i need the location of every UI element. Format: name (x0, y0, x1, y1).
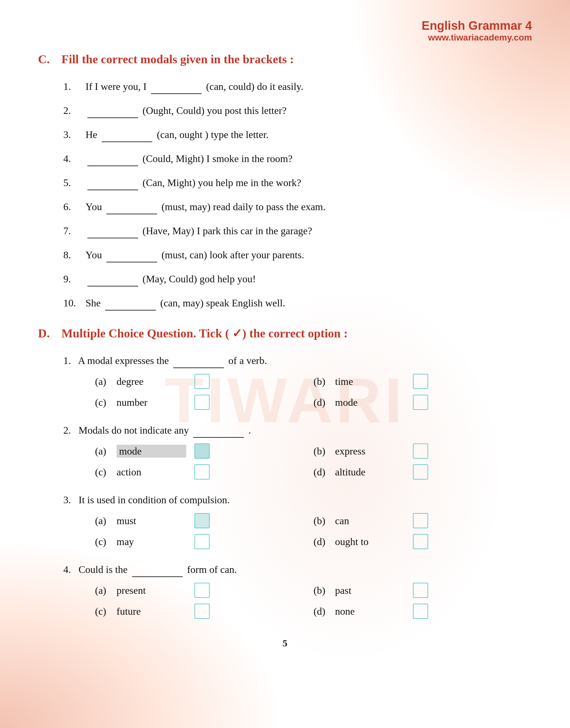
fill-blank[interactable] (106, 262, 157, 262)
option-row: (a) must (95, 513, 313, 528)
section-d-title: Multiple Choice Question. Tick ( ✓) the … (61, 326, 348, 340)
item-text: You (must, may) read daily to pass the e… (85, 199, 532, 214)
tick-box[interactable] (413, 444, 428, 459)
tick-box[interactable] (413, 534, 428, 549)
item-text: You (must, can) look after your parents. (85, 247, 532, 262)
page-content: English Grammar 4 www.tiwariacademy.com … (0, 0, 570, 674)
mcq-question: 4. Could is the form of can. (63, 562, 532, 577)
tick-box[interactable] (195, 583, 210, 598)
tick-box[interactable] (195, 513, 210, 528)
option-row: (d) mode (313, 395, 532, 410)
item-number: 9. (63, 271, 85, 286)
section-c-letter: C. (38, 52, 54, 66)
fill-blank[interactable] (173, 368, 224, 368)
mcq-options: (a) present (b) past (c) future (d) none (63, 583, 532, 619)
mcq-item: 2. Modals do not indicate any . (a) mode… (63, 423, 532, 480)
question-number: 2. (63, 425, 71, 436)
option-letter: (a) (95, 445, 111, 457)
list-item: 10. She (can, may) speak English well. (63, 295, 532, 310)
mcq-question: 1. A modal expresses the of a verb. (63, 353, 532, 368)
item-text: (Could, Might) I smoke in the room? (85, 151, 532, 166)
tick-box[interactable] (195, 374, 210, 389)
option-letter: (d) (313, 466, 329, 478)
item-number: 1. (63, 79, 85, 94)
fill-blank[interactable] (87, 286, 138, 286)
list-item: 9. (May, Could) god help you! (63, 271, 532, 286)
item-number: 4. (63, 151, 85, 166)
option-letter: (c) (95, 536, 111, 548)
item-text: (May, Could) god help you! (85, 271, 532, 286)
option-row: (c) future (95, 604, 313, 619)
option-row: (a) mode (95, 444, 313, 459)
option-text: present (116, 585, 186, 596)
tick-box[interactable] (195, 464, 210, 480)
option-row: (d) altitude (313, 464, 532, 480)
option-text: express (335, 445, 405, 457)
option-letter: (a) (95, 515, 111, 527)
list-item: 8. You (must, can) look after your paren… (63, 247, 532, 262)
tick-box[interactable] (413, 604, 428, 619)
fill-blank[interactable] (87, 165, 138, 166)
tick-box[interactable] (413, 513, 428, 528)
tick-box[interactable] (195, 444, 210, 459)
option-text: degree (116, 376, 186, 388)
list-item: 6. You (must, may) read daily to pass th… (63, 199, 532, 214)
fill-blank[interactable] (102, 141, 152, 142)
option-row: (a) present (95, 583, 313, 598)
fill-blank[interactable] (87, 117, 138, 118)
option-row: (a) degree (95, 374, 313, 389)
option-row: (c) may (95, 534, 313, 549)
item-number: 7. (63, 223, 85, 238)
question-number: 4. (63, 564, 71, 575)
fill-blank[interactable] (106, 214, 157, 214)
website-url: www.tiwariacademy.com (38, 33, 532, 43)
option-text: none (335, 606, 405, 617)
fill-blank[interactable] (132, 576, 183, 577)
option-row: (c) action (95, 464, 313, 480)
tick-box[interactable] (195, 534, 210, 549)
option-letter: (a) (95, 376, 111, 388)
fill-blank[interactable] (151, 93, 202, 94)
option-text: past (335, 585, 405, 596)
option-letter: (b) (313, 585, 329, 596)
fill-blank[interactable] (105, 310, 156, 310)
mcq-list: 1. A modal expresses the of a verb. (a) … (38, 353, 532, 619)
option-letter: (c) (95, 397, 111, 408)
option-letter: (b) (313, 376, 329, 388)
option-text: number (116, 397, 186, 408)
option-row: (b) express (313, 444, 532, 459)
section-d-header: D. Multiple Choice Question. Tick ( ✓) t… (38, 326, 532, 340)
option-row: (d) none (313, 604, 532, 619)
item-text: If I were you, I (can, could) do it easi… (85, 79, 532, 94)
tick-box[interactable] (413, 464, 428, 480)
book-title: English Grammar 4 (38, 19, 532, 33)
page-number: 5 (38, 638, 532, 649)
tick-box[interactable] (195, 395, 210, 410)
option-row: (d) ought to (313, 534, 532, 549)
tick-box[interactable] (195, 604, 210, 619)
option-letter: (d) (313, 606, 329, 617)
section-c-header: C. Fill the correct modals given in the … (38, 52, 532, 66)
exercise-c-list: 1. If I were you, I (can, could) do it e… (38, 79, 532, 310)
list-item: 3. He (can, ought ) type the letter. (63, 127, 532, 142)
mcq-question: 3. It is used in condition of compulsion… (63, 492, 532, 507)
tick-box[interactable] (413, 583, 428, 598)
option-text: may (116, 536, 186, 548)
mcq-item: 4. Could is the form of can. (a) present… (63, 562, 532, 619)
fill-blank[interactable] (193, 437, 244, 438)
fill-blank[interactable] (87, 238, 138, 238)
fill-blank[interactable] (87, 190, 138, 190)
option-text: mode (335, 397, 405, 408)
mcq-options: (a) must (b) can (c) may (d) ought to (63, 513, 532, 549)
question-number: 1. (63, 355, 71, 366)
option-letter: (d) (313, 397, 329, 408)
option-row: (c) number (95, 395, 313, 410)
tick-box[interactable] (413, 374, 428, 389)
item-text: (Can, Might) you help me in the work? (85, 175, 532, 190)
option-row: (b) past (313, 583, 532, 598)
tick-box[interactable] (413, 395, 428, 410)
mcq-item: 3. It is used in condition of compulsion… (63, 492, 532, 549)
mcq-item: 1. A modal expresses the of a verb. (a) … (63, 353, 532, 410)
option-letter: (c) (95, 466, 111, 478)
option-text: altitude (335, 466, 405, 478)
